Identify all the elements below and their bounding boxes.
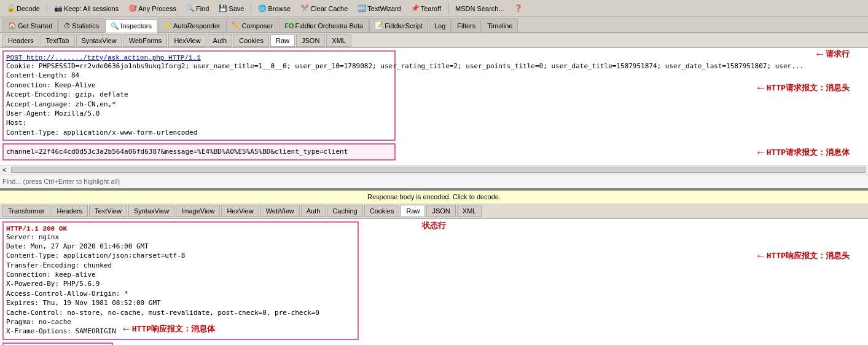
find-icon: 🔍 bbox=[186, 4, 195, 12]
rtab-resp-raw[interactable]: Raw bbox=[401, 205, 425, 217]
tab-get-started[interactable]: 🏠 Get Started bbox=[2, 18, 58, 32]
request-line: POST http://......./tzty/ask_action.php … bbox=[6, 54, 392, 61]
text-wizard-label: TextWizard bbox=[367, 5, 401, 12]
request-tabs: Headers TextTab SyntaxView WebForms HexV… bbox=[0, 33, 868, 48]
tearoff-label: Tearoff bbox=[421, 5, 441, 12]
text-wizard-button[interactable]: 🔤 TextWizard bbox=[353, 2, 405, 15]
save-button[interactable]: 💾 Save bbox=[214, 2, 248, 15]
clear-cache-label: Clear Cache bbox=[310, 5, 348, 12]
rtab-textview[interactable]: TextTab bbox=[41, 34, 75, 47]
tab-composer[interactable]: ✏️ Composer bbox=[226, 18, 278, 32]
main-tabbar: 🏠 Get Started ⏱ 请求行 Statistics 🔍 Inspect… bbox=[0, 17, 868, 33]
encoded-bar-text: Response body is encoded. Click to decod… bbox=[367, 193, 501, 200]
arrow-icon-4: ← bbox=[757, 250, 764, 262]
tab-fiddlerscript[interactable]: 📝 FiddlerScript bbox=[369, 18, 428, 32]
request-panel: Headers TextTab SyntaxView WebForms HexV… bbox=[0, 33, 868, 191]
response-body-box: 9 {"f":"0"} 0 bbox=[2, 343, 113, 345]
clear-cache-button[interactable]: ✂️ Clear Cache bbox=[296, 2, 352, 15]
rtab-syntaxview[interactable]: SyntaxView bbox=[76, 34, 122, 47]
process-icon: 🎯 bbox=[128, 4, 137, 12]
find-button[interactable]: 🔍 Find bbox=[182, 2, 213, 15]
rtab-transformer[interactable]: Transformer bbox=[2, 205, 50, 217]
response-headers-text: Server: nginx Date: Mon, 27 Apr 2020 01:… bbox=[6, 232, 355, 336]
decode-label: Decode bbox=[17, 5, 40, 12]
rtab-resp-xml[interactable]: XML bbox=[457, 205, 482, 217]
browse-button[interactable]: 🌐 Browse bbox=[254, 2, 295, 15]
rtab-resp-hexview[interactable]: HexView bbox=[221, 205, 259, 217]
save-label: Save bbox=[229, 5, 244, 12]
main-toolbar: 🔓 Decode 📷 Keep: All sessions 🎯 Any Proc… bbox=[0, 0, 868, 17]
orchestra-icon: FO bbox=[284, 22, 294, 30]
arrow-icon-2: ← bbox=[757, 82, 764, 94]
tearoff-button[interactable]: 📌 Tearoff bbox=[407, 2, 445, 15]
browse-label: Browse bbox=[268, 5, 291, 12]
keep-label: Keep: All sessions bbox=[64, 5, 119, 12]
request-line-annotation: ← 请求行 bbox=[816, 48, 850, 60]
sep-3 bbox=[448, 3, 448, 14]
rtab-resp-caching[interactable]: Caching bbox=[327, 205, 362, 217]
inspectors-icon: 🔍 bbox=[111, 22, 119, 30]
rtab-resp-syntaxview[interactable]: SyntaxView bbox=[128, 205, 174, 217]
response-header-box: HTTP/1.1 200 OK Server: nginx Date: Mon,… bbox=[2, 221, 359, 340]
sep-1 bbox=[47, 3, 47, 14]
rtab-xml[interactable]: XML bbox=[326, 34, 351, 47]
tab-autoresponder[interactable]: ⚡ AutoResponder bbox=[158, 18, 225, 32]
stats-icon: ⏱ bbox=[64, 22, 71, 30]
msdn-search-button[interactable]: MSDN Search... bbox=[451, 2, 508, 15]
rtab-resp-webview[interactable]: WebView bbox=[260, 205, 300, 217]
browse-icon: 🌐 bbox=[258, 4, 267, 12]
request-scrollbar[interactable]: < bbox=[0, 165, 868, 175]
tab-timeline[interactable]: Timeline bbox=[482, 18, 518, 32]
process-label: Any Process bbox=[138, 5, 176, 12]
response-panel: Response body is encoded. Click to decod… bbox=[0, 191, 868, 346]
sep-2 bbox=[251, 3, 251, 14]
help-icon: ❓ bbox=[514, 4, 523, 12]
request-body-annotation: ← HTTP请求报文：消息体 bbox=[757, 146, 850, 159]
rtab-auth[interactable]: Auth bbox=[208, 34, 233, 47]
tab-inspectors[interactable]: 🔍 Inspectors bbox=[105, 19, 157, 33]
response-content-area: 状态行 HTTP/1.1 200 OK Server: nginx Date: … bbox=[0, 219, 868, 346]
rtab-resp-json[interactable]: JSON bbox=[426, 205, 455, 217]
find-bar: Find... (press Ctrl+Enter to highlight a… bbox=[0, 175, 868, 188]
any-process-button[interactable]: 🎯 Any Process bbox=[124, 2, 181, 15]
tab-statistics[interactable]: ⏱ 请求行 Statistics bbox=[58, 18, 104, 32]
main-content: Headers TextTab SyntaxView WebForms HexV… bbox=[0, 33, 868, 345]
rtab-resp-textview[interactable]: TextView bbox=[89, 205, 127, 217]
rtab-resp-auth[interactable]: Auth bbox=[301, 205, 326, 217]
keep-sessions-button[interactable]: 📷 Keep: All sessions bbox=[50, 2, 123, 15]
msdn-label: MSDN Search... bbox=[455, 5, 504, 12]
rtab-resp-headers[interactable]: Headers bbox=[52, 205, 88, 217]
response-encoded-bar[interactable]: Response body is encoded. Click to decod… bbox=[0, 191, 868, 204]
save-icon: 💾 bbox=[219, 4, 227, 12]
tab-fiddler-orchestra[interactable]: FO Fiddler Orchestra Beta bbox=[279, 18, 369, 32]
rtab-webforms[interactable]: WebForms bbox=[123, 34, 168, 47]
response-header-annotation: ← HTTP响应报文：消息头 bbox=[757, 250, 850, 262]
request-body-text: channel=22f46c4cd0d53c3a2b564a06fd6387&m… bbox=[6, 147, 392, 156]
request-headers-text: Cookie: PHPSESSID=rr2vde0636jo1nbs9ukq1f… bbox=[6, 61, 392, 137]
response-tabs: Transformer Headers TextView SyntaxView … bbox=[0, 204, 868, 219]
rtab-json[interactable]: JSON bbox=[296, 34, 325, 47]
decode-icon: 🔓 bbox=[7, 4, 15, 12]
rtab-hexview[interactable]: HexView bbox=[168, 34, 206, 47]
find-label: Find bbox=[196, 5, 209, 12]
decode-button[interactable]: 🔓 Decode bbox=[2, 2, 44, 15]
tab-filters[interactable]: Filters bbox=[452, 18, 481, 32]
rtab-headers[interactable]: Headers bbox=[2, 34, 39, 47]
tearoff-icon: 📌 bbox=[411, 4, 420, 12]
find-bar-text: Find... (press Ctrl+Enter to highlight a… bbox=[2, 178, 120, 185]
sessions-icon: 📷 bbox=[54, 4, 63, 12]
help-button[interactable]: ❓ bbox=[510, 2, 527, 15]
autoresponder-icon: ⚡ bbox=[163, 22, 172, 30]
arrow-icon-3: ← bbox=[757, 146, 764, 159]
tab-log[interactable]: Log bbox=[429, 18, 451, 32]
request-scroll-track[interactable] bbox=[11, 167, 866, 173]
rtab-cookies[interactable]: Cookies bbox=[233, 34, 269, 47]
arrow-icon-1: ← bbox=[816, 48, 823, 60]
text-wizard-icon: 🔤 bbox=[358, 4, 366, 12]
rtab-raw[interactable]: Raw bbox=[270, 34, 295, 47]
rtab-resp-imageview[interactable]: ImageView bbox=[176, 205, 220, 217]
composer-icon: ✏️ bbox=[232, 22, 240, 30]
request-content-area: POST http://......./tzty/ask_action.php … bbox=[0, 48, 868, 165]
rtab-resp-cookies[interactable]: Cookies bbox=[364, 205, 400, 217]
request-body-box: channel=22f46c4cd0d53c3a2b564a06fd6387&m… bbox=[2, 143, 396, 160]
